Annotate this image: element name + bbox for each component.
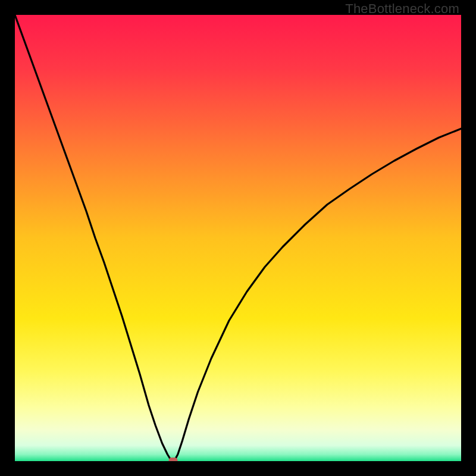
minimum-marker xyxy=(168,458,177,461)
bottleneck-curve xyxy=(15,15,461,461)
curve-layer xyxy=(15,15,461,461)
plot-area xyxy=(15,15,461,461)
chart-frame: TheBottleneck.com xyxy=(0,0,476,476)
